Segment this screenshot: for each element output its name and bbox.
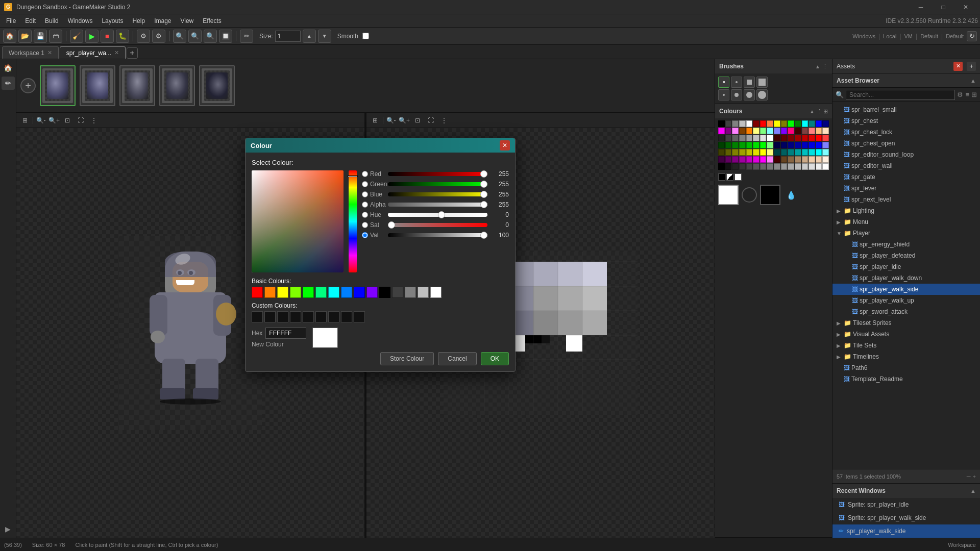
- swatch-0-2[interactable]: [732, 120, 739, 127]
- swatch-1-13[interactable]: [808, 128, 815, 134]
- swatch-2-13[interactable]: [808, 135, 815, 141]
- swatch-5-3[interactable]: [739, 156, 746, 163]
- recent-windows-header[interactable]: Recent Windows ▲: [832, 484, 980, 498]
- swatch-2-11[interactable]: [795, 135, 801, 141]
- swatch-1-12[interactable]: [802, 128, 808, 134]
- secondary-colour[interactable]: [760, 185, 780, 205]
- menu-build[interactable]: Build: [41, 16, 63, 26]
- open-button[interactable]: 📂: [18, 30, 32, 43]
- swatch-6-12[interactable]: [802, 163, 808, 170]
- swatch-6-3[interactable]: [739, 163, 746, 170]
- swatch-2-10[interactable]: [788, 135, 794, 141]
- swatch-5-13[interactable]: [808, 156, 815, 163]
- green-radio[interactable]: [362, 181, 368, 187]
- alpha-radio[interactable]: [362, 202, 368, 208]
- swatch-5-11[interactable]: [795, 156, 801, 163]
- swatch-0-8[interactable]: [774, 120, 780, 127]
- swatch-5-2[interactable]: [732, 156, 739, 163]
- swatch-3-0[interactable]: [718, 142, 725, 148]
- custom-colour-8[interactable]: [354, 311, 365, 322]
- custom-colour-3[interactable]: [290, 311, 301, 322]
- swatch-6-8[interactable]: [774, 163, 780, 170]
- swatch-1-5[interactable]: [753, 128, 760, 134]
- brush-dot-3[interactable]: [731, 89, 742, 101]
- swatch-6-9[interactable]: [781, 163, 788, 170]
- menu-effects[interactable]: Effects: [199, 16, 225, 26]
- swatch-1-15[interactable]: [822, 128, 829, 134]
- custom-colour-6[interactable]: [328, 311, 339, 322]
- swatch-1-14[interactable]: [816, 128, 822, 134]
- asset-item-spr_chest[interactable]: 🖼spr_chest: [832, 115, 980, 127]
- brush-dot-1[interactable]: [731, 77, 742, 88]
- brush-sq-4[interactable]: [756, 77, 768, 88]
- asset-item-spr_editor_sound_loop[interactable]: 🖼spr_editor_sound_loop: [832, 149, 980, 160]
- zoom-fit-button[interactable]: 🔍: [204, 30, 217, 43]
- left-tool-play[interactable]: ▶: [2, 522, 15, 536]
- swatch-3-10[interactable]: [788, 142, 794, 148]
- swatch-4-12[interactable]: [802, 149, 808, 156]
- eyedropper-button[interactable]: 💧: [783, 187, 799, 203]
- frame-2[interactable]: [80, 65, 115, 106]
- swatch-4-4[interactable]: [746, 149, 753, 156]
- asset-item-spr_lever[interactable]: 🖼spr_lever: [832, 183, 980, 194]
- run-clean-button[interactable]: 🧹: [70, 30, 83, 43]
- swatch-5-1[interactable]: [725, 156, 732, 163]
- swatch-3-11[interactable]: [795, 142, 801, 148]
- swatch-3-15[interactable]: [822, 142, 829, 148]
- basic-colour-7[interactable]: [341, 287, 352, 298]
- colours-header[interactable]: Colours ▲ ⋮ ⊞: [715, 104, 832, 118]
- swatch-4-6[interactable]: [760, 149, 767, 156]
- brush-dot-2[interactable]: [718, 89, 729, 101]
- val-radio[interactable]: [362, 232, 368, 238]
- zoom-in-button[interactable]: 🔍: [173, 30, 186, 43]
- colour-rainbow[interactable]: [349, 170, 357, 272]
- swatch-5-9[interactable]: [781, 156, 788, 163]
- asset-item-Menu[interactable]: ▶📁Menu: [832, 216, 980, 228]
- colours-more[interactable]: ⋮: [817, 108, 822, 115]
- val-thumb[interactable]: [480, 232, 487, 239]
- swatch-5-10[interactable]: [788, 156, 794, 163]
- swatch-5-0[interactable]: [718, 156, 725, 163]
- black-swatch[interactable]: [718, 173, 725, 181]
- alpha-thumb[interactable]: [480, 201, 487, 208]
- recent-item-2[interactable]: ✏spr_player_walk_side: [832, 524, 980, 538]
- swatch-1-11[interactable]: [795, 128, 801, 134]
- filter-icon[interactable]: ⚙: [957, 91, 963, 98]
- custom-colour-2[interactable]: [277, 311, 288, 322]
- asset-browser-arrow[interactable]: ▲: [970, 78, 976, 84]
- tab-sprite-close[interactable]: ✕: [114, 49, 119, 56]
- swatch-5-12[interactable]: [802, 156, 808, 163]
- zoom-100-button[interactable]: 🔲: [219, 30, 232, 43]
- green-thumb[interactable]: [480, 181, 487, 188]
- swatch-4-14[interactable]: [816, 149, 822, 156]
- blue-radio[interactable]: [362, 191, 368, 197]
- brush-dot-4[interactable]: [744, 89, 755, 101]
- size-up-button[interactable]: ▲: [303, 30, 316, 43]
- custom-colour-4[interactable]: [303, 311, 314, 322]
- swatch-6-5[interactable]: [753, 163, 760, 170]
- swatch-3-1[interactable]: [725, 142, 732, 148]
- close-button[interactable]: ✕: [955, 0, 976, 14]
- swatch-1-2[interactable]: [732, 128, 739, 134]
- smooth-checkbox[interactable]: [362, 33, 369, 39]
- asset-item-spr_editor_wall[interactable]: 🖼spr_editor_wall: [832, 160, 980, 171]
- basic-colour-extra-4[interactable]: [430, 287, 442, 298]
- swatch-4-9[interactable]: [781, 149, 788, 156]
- swatch-6-2[interactable]: [732, 163, 739, 170]
- swatch-2-2[interactable]: [732, 135, 739, 141]
- red-thumb[interactable]: [480, 170, 487, 178]
- swatch-2-15[interactable]: [822, 135, 829, 141]
- swatch-5-7[interactable]: [767, 156, 773, 163]
- recent-windows-arrow[interactable]: ▲: [970, 488, 976, 494]
- asset-item-Visual_Assets[interactable]: ▶📁Visual Assets: [832, 329, 980, 340]
- more-canvas-r[interactable]: ⋮: [438, 115, 450, 126]
- asset-item-Template_Readme[interactable]: 🖼Template_Readme: [832, 373, 980, 385]
- fullscreen-canvas[interactable]: ⛶: [75, 115, 86, 126]
- swatch-0-3[interactable]: [739, 120, 746, 127]
- custom-colour-7[interactable]: [341, 311, 352, 322]
- save-button[interactable]: 💾: [34, 30, 47, 43]
- fullscreen-canvas-r[interactable]: ⛶: [425, 115, 436, 126]
- menu-help[interactable]: Help: [128, 16, 149, 26]
- ok-button[interactable]: OK: [481, 352, 509, 365]
- swatch-3-5[interactable]: [753, 142, 760, 148]
